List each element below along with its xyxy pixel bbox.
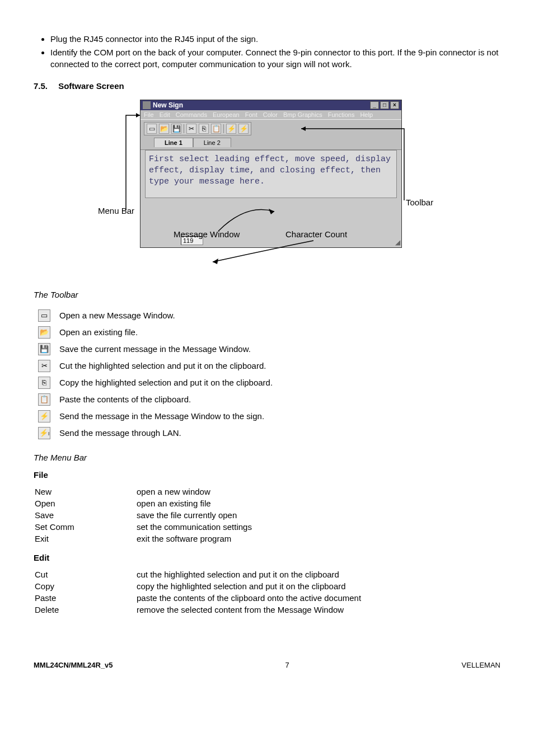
file-heading: File xyxy=(34,470,500,480)
send-icon: ⚡ xyxy=(34,408,55,425)
toolbar-row: 📋Paste the contents of the clipboard. xyxy=(34,391,277,408)
toolbar-definitions: ▭Open a new Message Window.📂Open an exis… xyxy=(34,307,277,442)
toolbar-desc: Send the message through LAN. xyxy=(55,425,277,442)
toolbar-desc: Paste the contents of the clipboard. xyxy=(55,391,277,408)
toolbar-row: 📂Open an existing file. xyxy=(34,324,277,341)
command-desc: open a new window xyxy=(137,486,252,497)
separator xyxy=(223,124,224,133)
command-desc: set the communication settings xyxy=(137,522,252,532)
send-lan-icon[interactable]: ⚡ xyxy=(238,124,249,134)
command-desc: open an existing file xyxy=(137,498,252,509)
toolbar-row: ✂Cut the highlighted selection and put i… xyxy=(34,358,277,374)
toolbar-row: ▭Open a new Message Window. xyxy=(34,307,277,324)
new-icon[interactable]: ▭ xyxy=(147,124,157,134)
copy-icon[interactable]: ⎘ xyxy=(199,124,209,134)
titlebar: New Sign _ □ × xyxy=(140,100,401,110)
cut-icon: ✂ xyxy=(34,358,55,374)
toolbar-desc: Cut the highlighted selection and put it… xyxy=(55,358,277,374)
toolbar-heading: The Toolbar xyxy=(34,290,500,299)
minimize-button[interactable]: _ xyxy=(370,101,379,109)
open-icon[interactable]: 📂 xyxy=(159,124,169,134)
callout-character-count: Character Count xyxy=(285,229,347,239)
command-name: Copy xyxy=(35,581,135,591)
page-footer: MML24CN/MML24R_v5 7 VELLEMAN xyxy=(34,661,500,669)
arrow-to-msgwin xyxy=(213,198,280,231)
section-title: Software Screen xyxy=(58,81,124,91)
toolbar-row: ⚡Send the message in the Message Window … xyxy=(34,408,277,425)
command-name: Exit xyxy=(35,533,135,544)
command-name: New xyxy=(35,486,135,497)
maximize-button[interactable]: □ xyxy=(380,101,389,109)
copy-icon: ⎘ xyxy=(34,374,55,391)
toolbar-desc: Open an existing file. xyxy=(55,324,277,341)
command-desc: cut the highlighted selection and put it… xyxy=(137,569,361,580)
menu-color[interactable]: Color xyxy=(263,111,278,118)
list-item: Identify the COM port on the back of you… xyxy=(50,47,500,70)
command-desc: remove the selected content from the Mes… xyxy=(137,604,361,615)
callout-toolbar: Toolbar xyxy=(406,198,433,207)
menubar-heading: The Menu Bar xyxy=(34,453,500,462)
paste-icon[interactable]: 📋 xyxy=(211,124,221,134)
save-icon: 💾 xyxy=(34,341,55,358)
toolbar-desc: Save the current message in the Message … xyxy=(55,341,277,358)
menu-bar: File Edit Commands European Font Color B… xyxy=(140,110,401,119)
intro-bullets: Plug the RJ45 connector into the RJ45 in… xyxy=(50,34,500,70)
toolbar-row: ⎘Copy the highlighted selection and put … xyxy=(34,374,277,391)
table-row: Cutcut the highlighted selection and put… xyxy=(35,569,361,580)
command-desc: copy the highlighted selection and put i… xyxy=(137,581,361,591)
file-commands: Newopen a new windowOpenopen an existing… xyxy=(34,485,253,545)
separator xyxy=(184,124,184,133)
footer-right: VELLEMAN xyxy=(462,661,500,669)
edit-commands: Cutcut the highlighted selection and put… xyxy=(34,568,362,616)
menu-functions[interactable]: Functions xyxy=(328,111,355,118)
command-name: Delete xyxy=(35,604,135,615)
new-icon: ▭ xyxy=(34,307,55,324)
table-row: Openopen an existing file xyxy=(35,498,252,509)
menu-edit[interactable]: Edit xyxy=(160,111,170,118)
resize-grip[interactable]: ◢ xyxy=(395,238,400,246)
command-desc: save the file currently open xyxy=(137,510,252,520)
table-row: Set Commset the communication settings xyxy=(35,522,252,532)
table-row: Savesave the file currently open xyxy=(35,510,252,520)
paste-icon: 📋 xyxy=(34,391,55,408)
arrow-to-menubar xyxy=(120,104,146,216)
arrow-to-charcount xyxy=(207,240,319,267)
footer-center: 7 xyxy=(285,661,289,669)
edit-heading: Edit xyxy=(34,553,500,562)
section-heading: 7.5. Software Screen xyxy=(34,81,500,91)
toolbar-desc: Open a new Message Window. xyxy=(55,307,277,324)
send-icon[interactable]: ⚡ xyxy=(226,124,236,134)
toolbar-desc: Send the message in the Message Window t… xyxy=(55,408,277,425)
menu-commands[interactable]: Commands xyxy=(176,111,207,118)
close-button[interactable]: × xyxy=(390,101,399,109)
menu-bmp[interactable]: Bmp Graphics xyxy=(283,111,322,118)
command-name: Open xyxy=(35,498,135,509)
open-icon: 📂 xyxy=(34,324,55,341)
table-row: Pastepaste the contents of the clipboard… xyxy=(35,593,361,603)
screenshot-figure: New Sign _ □ × File Edit Commands Europe… xyxy=(34,100,500,273)
send-lan-icon: ⚡ₗ xyxy=(34,425,55,442)
window-title: New Sign xyxy=(153,101,183,109)
toolbar-row: 💾Save the current message in the Message… xyxy=(34,341,277,358)
tab-line2[interactable]: Line 2 xyxy=(193,138,231,147)
command-name: Cut xyxy=(35,569,135,580)
command-name: Paste xyxy=(35,593,135,603)
menu-font[interactable]: Font xyxy=(245,111,257,118)
arrow-to-toolbar xyxy=(297,122,409,206)
command-desc: paste the contents of the clipboard onto… xyxy=(137,593,361,603)
table-row: Copycopy the highlighted selection and p… xyxy=(35,581,361,591)
table-row: Newopen a new window xyxy=(35,486,252,497)
command-name: Save xyxy=(35,510,135,520)
cut-icon[interactable]: ✂ xyxy=(186,124,196,134)
section-number: 7.5. xyxy=(34,81,56,91)
menu-european[interactable]: European xyxy=(213,111,240,118)
save-icon[interactable]: 💾 xyxy=(171,124,181,134)
command-desc: exit the software program xyxy=(137,533,252,544)
command-name: Set Comm xyxy=(35,522,135,532)
table-row: Exitexit the software program xyxy=(35,533,252,544)
menu-help[interactable]: Help xyxy=(360,111,373,118)
tab-line1[interactable]: Line 1 xyxy=(154,138,193,147)
toolbar-row: ⚡ₗSend the message through LAN. xyxy=(34,425,277,442)
table-row: Deleteremove the selected content from t… xyxy=(35,604,361,615)
list-item: Plug the RJ45 connector into the RJ45 in… xyxy=(50,34,500,45)
